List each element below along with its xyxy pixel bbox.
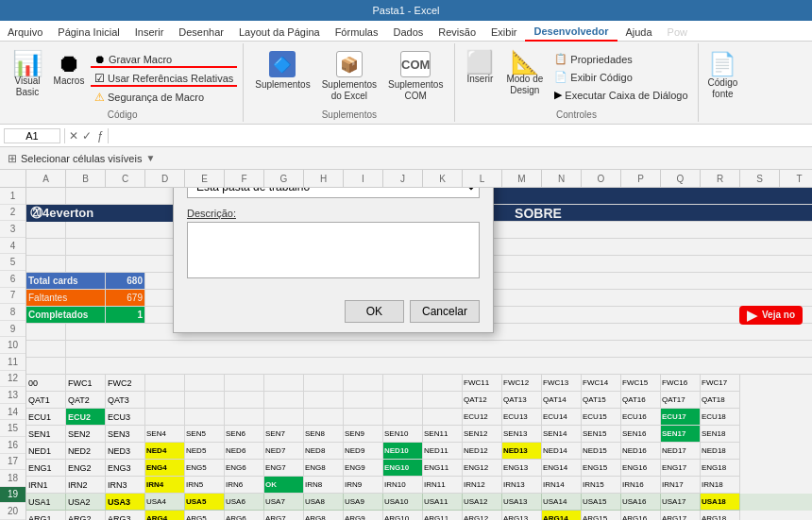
spreadsheet-area: A B C D E F G H I J K L M N O P Q R S T … bbox=[0, 170, 812, 520]
col-header-m[interactable]: M bbox=[502, 170, 542, 187]
propriedades-button[interactable]: 📋Propriedades bbox=[550, 51, 691, 67]
row-header-12[interactable]: 12 bbox=[0, 371, 25, 388]
macros-button[interactable]: ⏺ Macros bbox=[49, 49, 89, 88]
formula-insert-icon[interactable]: ƒ bbox=[97, 129, 104, 143]
row-header-8[interactable]: 8 bbox=[0, 304, 25, 321]
tab-revisao[interactable]: Revisão bbox=[431, 24, 483, 41]
app-title: Pasta1 - Excel bbox=[8, 5, 804, 16]
col-header-a[interactable]: A bbox=[26, 170, 66, 187]
row-header-2[interactable]: 2 bbox=[0, 205, 25, 222]
suplementos-button[interactable]: 🔷 Suplementos bbox=[251, 49, 313, 92]
row-header-15[interactable]: 15 bbox=[0, 420, 25, 437]
row-header-10[interactable]: 10 bbox=[0, 337, 25, 354]
row-header-11[interactable]: 11 bbox=[0, 354, 25, 371]
col-header-s[interactable]: S bbox=[740, 170, 780, 187]
ribbon-group-codigofonte: 📄 Códigofonte bbox=[699, 43, 748, 122]
tab-layout[interactable]: Layout da Página bbox=[231, 24, 328, 41]
tab-desenvolvedor[interactable]: Desenvolvedor bbox=[525, 23, 618, 42]
row-header-17[interactable]: 17 bbox=[0, 454, 25, 471]
tab-inserir[interactable]: Inserir bbox=[127, 24, 172, 41]
row-header-19[interactable]: 19 bbox=[0, 487, 25, 504]
suplementos-com-button[interactable]: COM SuplementosCOM bbox=[384, 49, 447, 104]
select-icon: ⊞ bbox=[8, 152, 17, 165]
ribbon-group-codigo-label: Código bbox=[108, 109, 138, 120]
suplementos-excel-button[interactable]: 📦 Suplementosdo Excel bbox=[318, 49, 381, 104]
codigofonte-button[interactable]: 📄 Códigofonte bbox=[704, 49, 742, 102]
dialog-footer: OK Cancelar bbox=[174, 294, 493, 332]
tab-pagina-inicial[interactable]: Página Inicial bbox=[50, 24, 127, 41]
tab-formulas[interactable]: Fórmulas bbox=[328, 24, 386, 41]
row-header-3[interactable]: 3 bbox=[0, 221, 25, 238]
dialog-ok-button[interactable]: OK bbox=[345, 300, 404, 323]
col-header-e[interactable]: E bbox=[185, 170, 225, 187]
col-header-j[interactable]: J bbox=[383, 170, 423, 187]
col-header-corner bbox=[0, 170, 26, 187]
ribbon-tabs: Arquivo Página Inicial Inserir Desenhar … bbox=[0, 21, 812, 42]
row-header-14[interactable]: 14 bbox=[0, 404, 25, 421]
formula-cancel-icon[interactable]: ✕ bbox=[69, 129, 78, 143]
cell-ref-box[interactable]: A1 bbox=[4, 128, 60, 143]
tab-pow[interactable]: Pow bbox=[660, 24, 695, 41]
description-label: Descrição: bbox=[187, 208, 480, 219]
tab-exibir[interactable]: Exibir bbox=[483, 24, 525, 41]
tab-dados[interactable]: Dados bbox=[385, 24, 431, 41]
executar-caixa-button[interactable]: ▶Executar Caixa de Diálogo bbox=[550, 87, 691, 103]
usar-referencias-button[interactable]: ☑ Usar Referências Relativas bbox=[91, 70, 237, 87]
row-header-7[interactable]: 7 bbox=[0, 288, 25, 305]
tab-ajuda[interactable]: Ajuda bbox=[617, 24, 659, 41]
col-header-o[interactable]: O bbox=[582, 170, 621, 187]
row-header-1[interactable]: 1 bbox=[0, 188, 25, 205]
col-header-i[interactable]: I bbox=[344, 170, 383, 187]
col-header-f[interactable]: F bbox=[225, 170, 264, 187]
col-header-l[interactable]: L bbox=[463, 170, 502, 187]
row-header-4[interactable]: 4 bbox=[0, 238, 25, 255]
store-field: Armazenar macro em: Esta pasta de trabal… bbox=[187, 188, 480, 198]
row-headers: 1 2 3 4 5 6 7 8 9 10 11 12 13 14 15 16 1… bbox=[0, 188, 26, 520]
col-header-k[interactable]: K bbox=[423, 170, 463, 187]
row-header-9[interactable]: 9 bbox=[0, 321, 25, 338]
modo-design-button[interactable]: 📐 Modo deDesign bbox=[502, 49, 547, 98]
col-header-h[interactable]: H bbox=[304, 170, 344, 187]
store-select[interactable]: Esta pasta de trabalho bbox=[187, 188, 480, 198]
row-header-16[interactable]: 16 bbox=[0, 437, 25, 454]
visible-cells-label[interactable]: Selecionar células visíveis bbox=[21, 153, 142, 164]
col-header-b[interactable]: B bbox=[66, 170, 106, 187]
seguranca-macro-button[interactable]: ⚠ Segurança de Macro bbox=[91, 89, 237, 106]
gravar-macro-button[interactable]: ⏺ Gravar Macro bbox=[91, 51, 237, 68]
description-field: Descrição: bbox=[187, 208, 480, 281]
row-header-13[interactable]: 13 bbox=[0, 387, 25, 404]
grid-container: A B C D E F G H I J K L M N O P Q R S T … bbox=[0, 170, 812, 520]
row-header-20[interactable]: 20 bbox=[0, 503, 25, 520]
ribbon-group-items-row: 📊 VisualBasic ⏺ Macros ⏺ Gravar Macro bbox=[8, 45, 237, 108]
exibir-codigo-button[interactable]: 📄Exibir Código bbox=[550, 69, 691, 85]
row-header-5[interactable]: 5 bbox=[0, 254, 25, 271]
grid-cells: ⑳4everton SOBRE bbox=[26, 188, 812, 520]
description-textarea[interactable] bbox=[187, 222, 480, 278]
col-header-p[interactable]: P bbox=[621, 170, 661, 187]
grid-body: 1 2 3 4 5 6 7 8 9 10 11 12 13 14 15 16 1… bbox=[0, 188, 812, 520]
dialog-overlay: Gravar macro ? ✕ Nome da macro: bbox=[26, 188, 812, 520]
formula-divider bbox=[64, 128, 65, 143]
row-header-6[interactable]: 6 bbox=[0, 271, 25, 288]
formula-bar: A1 ✕ ✓ ƒ bbox=[0, 125, 812, 147]
col-header-q[interactable]: Q bbox=[661, 170, 701, 187]
app-titlebar: Pasta1 - Excel bbox=[0, 0, 812, 21]
visual-basic-button[interactable]: 📊 VisualBasic bbox=[8, 49, 47, 100]
inserir-button[interactable]: ⬜ Inserir bbox=[461, 49, 499, 86]
formula-confirm-icon[interactable]: ✓ bbox=[82, 129, 92, 143]
col-header-c[interactable]: C bbox=[106, 170, 145, 187]
tab-arquivo[interactable]: Arquivo bbox=[0, 24, 50, 41]
col-header-d[interactable]: D bbox=[145, 170, 185, 187]
col-header-t[interactable]: T bbox=[780, 170, 812, 187]
gravar-macro-underline bbox=[91, 66, 237, 68]
col-header-r[interactable]: R bbox=[701, 170, 740, 187]
row-header-18[interactable]: 18 bbox=[0, 470, 25, 487]
macro-dialog: Gravar macro ? ✕ Nome da macro: bbox=[173, 188, 494, 333]
dialog-cancel-button[interactable]: Cancelar bbox=[410, 300, 480, 323]
dialog-body: Nome da macro: Tecla de atalho: Ctrl+ bbox=[174, 188, 493, 294]
visible-cells-dropdown-icon[interactable]: ▼ bbox=[145, 153, 155, 163]
col-header-n[interactable]: N bbox=[542, 170, 582, 187]
tab-desenhar[interactable]: Desenhar bbox=[171, 24, 231, 41]
formula-input[interactable] bbox=[112, 128, 808, 143]
col-header-g[interactable]: G bbox=[264, 170, 304, 187]
